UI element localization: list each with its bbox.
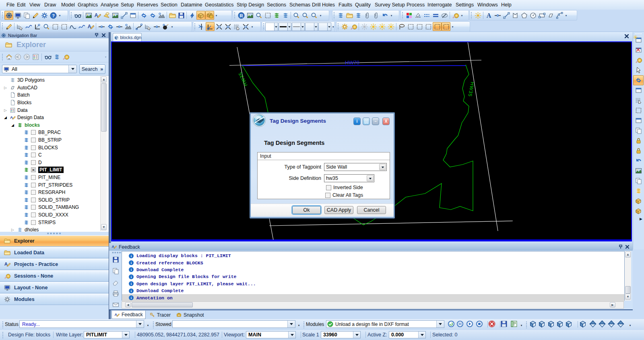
svg-text:HW35: HW35 [467, 81, 475, 97]
svg-text:HW70: HW70 [345, 60, 359, 66]
